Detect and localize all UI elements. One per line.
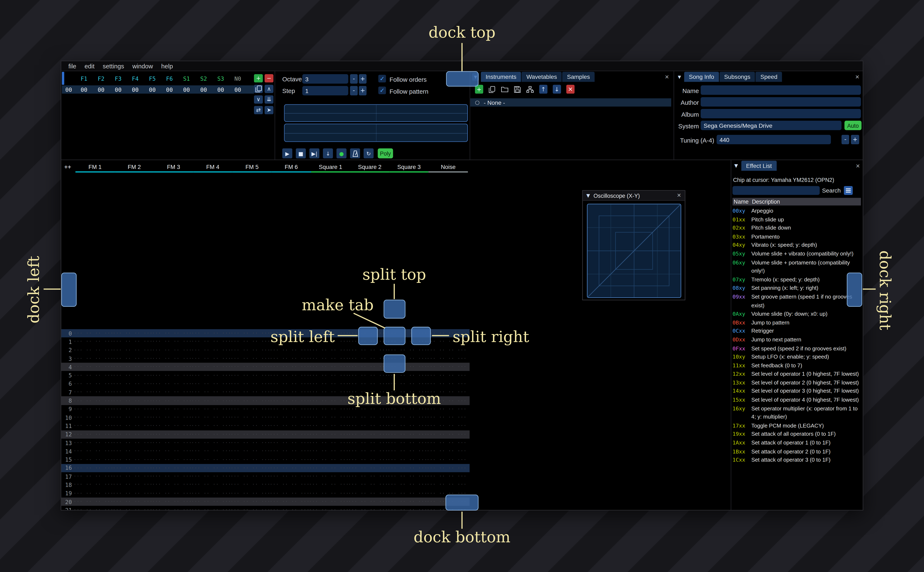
pattern-row-16[interactable]: 16··· ·· ·· ······ ·· ·· ······ ·· ·· ··…	[61, 464, 470, 472]
channel-header-fm-1[interactable]: FM 1	[75, 162, 115, 173]
pattern-cell[interactable]: ··· ·· ·· ···	[427, 466, 466, 470]
pattern-cell[interactable]: ··· ·· ·· ···	[74, 373, 113, 378]
effect-row-10xy[interactable]: 10xySetup LFO (x: enable; y: speed)	[732, 353, 862, 361]
step-decrease-button[interactable]: -	[350, 86, 358, 95]
pattern-cell[interactable]: ··· ·· ·· ···	[231, 482, 270, 487]
pattern-cell[interactable]: ··· ·· ·· ···	[388, 474, 427, 479]
pattern-cell[interactable]: ··· ·· ·· ···	[231, 339, 270, 344]
pattern-cell[interactable]: ··· ·· ·· ···	[270, 407, 309, 412]
pattern-cell[interactable]: ··· ·· ·· ···	[74, 424, 113, 428]
pattern-cell[interactable]: ··· ·· ·· ···	[192, 339, 231, 344]
pattern-cell[interactable]: ··· ·· ·· ···	[309, 348, 348, 353]
pattern-cell[interactable]: ··· ·· ·· ···	[309, 508, 348, 511]
tuning-decrease-button[interactable]: -	[841, 135, 849, 144]
pattern-cell[interactable]: ··· ·· ·· ···	[231, 466, 270, 470]
pattern-cell[interactable]: ··· ·· ·· ···	[152, 398, 192, 403]
pattern-cell[interactable]: ··· ·· ·· ···	[270, 398, 309, 403]
effect-row-03xx[interactable]: 03xxPortamento	[732, 233, 862, 241]
order-pattern-value[interactable]: 00	[212, 86, 229, 93]
pattern-cell[interactable]: ··· ·· ·· ···	[152, 491, 192, 496]
menu-item-help[interactable]: help	[157, 62, 177, 70]
pattern-cell[interactable]: ··· ·· ·· ···	[152, 466, 192, 470]
order-pattern-value[interactable]: 00	[178, 86, 195, 93]
pattern-cell[interactable]: ··· ·· ·· ···	[270, 415, 309, 420]
pattern-cell[interactable]: ··· ·· ·· ···	[231, 457, 270, 462]
pattern-cell[interactable]: ··· ·· ·· ···	[113, 474, 152, 479]
pattern-cell[interactable]: ··· ·· ·· ···	[113, 466, 152, 470]
dock-left-target[interactable]	[61, 273, 76, 307]
pattern-row-17[interactable]: 17··· ·· ·· ······ ·· ·· ······ ·· ·· ··…	[61, 472, 470, 481]
pattern-cell[interactable]: ··· ·· ·· ···	[309, 466, 348, 470]
transport-step-row-button[interactable]: ↓	[323, 148, 333, 159]
pattern-cell[interactable]: ··· ·· ·· ···	[309, 491, 348, 496]
pattern-cell[interactable]: ··· ·· ·· ···	[427, 440, 466, 445]
pattern-cell[interactable]: ··· ·· ·· ···	[74, 440, 113, 445]
orders-remove-button[interactable]: −	[265, 74, 273, 82]
pattern-cell[interactable]: ··· ·· ·· ···	[74, 466, 113, 470]
pattern-cell[interactable]: ··· ·· ·· ···	[152, 390, 192, 395]
pattern-cell[interactable]: ··· ·· ·· ···	[231, 499, 270, 504]
pattern-cell[interactable]: ··· ·· ·· ···	[192, 382, 231, 386]
pattern-cell[interactable]: ··· ·· ·· ···	[152, 499, 192, 504]
effect-row-1bxx[interactable]: 1BxxSet attack of operator 2 (0 to 1F)	[732, 447, 862, 456]
pattern-cell[interactable]: ··· ·· ·· ···	[348, 407, 388, 412]
transport-stop-button[interactable]: ■	[296, 148, 306, 159]
effect-row-07xy[interactable]: 07xyTremolo (x: speed; y: depth)	[732, 275, 862, 284]
pattern-row-21[interactable]: 21··· ·· ·· ······ ·· ·· ······ ·· ·· ··…	[61, 506, 470, 511]
pattern-cell[interactable]: ··· ·· ·· ···	[231, 440, 270, 445]
pattern-cell[interactable]: ··· ·· ·· ···	[348, 499, 388, 504]
pattern-cell[interactable]: ··· ·· ·· ···	[152, 440, 192, 445]
order-pattern-value[interactable]: 00	[161, 86, 178, 93]
pattern-cell[interactable]: ··· ·· ·· ···	[113, 424, 152, 428]
pattern-row-15[interactable]: 15··· ·· ·· ······ ·· ·· ······ ·· ·· ··…	[61, 455, 470, 464]
pattern-cell[interactable]: ··· ·· ·· ···	[192, 424, 231, 428]
order-row[interactable]: 00 00000000000000000000	[62, 85, 254, 93]
channel-header-fm-4[interactable]: FM 4	[193, 162, 232, 173]
pattern-cell[interactable]: ··· ·· ·· ···	[270, 482, 309, 487]
instruments-close-icon[interactable]: ✕	[665, 74, 669, 80]
effect-list-tab[interactable]: Effect List	[741, 161, 776, 171]
pattern-cell[interactable]: ··· ·· ·· ···	[74, 356, 113, 361]
tuning-field[interactable]: 440	[717, 135, 831, 144]
dock-top-target[interactable]	[446, 71, 478, 87]
pattern-cell[interactable]: ··· ·· ·· ···	[309, 440, 348, 445]
pattern-cell[interactable]: ··· ·· ·· ···	[74, 398, 113, 403]
pattern-cell[interactable]: ··· ·· ·· ···	[74, 457, 113, 462]
pattern-row-5[interactable]: 5··· ·· ·· ······ ·· ·· ······ ·· ·· ···…	[61, 371, 470, 380]
pattern-cell[interactable]: ··· ·· ·· ···	[152, 331, 192, 336]
pattern-cell[interactable]: ··· ·· ·· ···	[348, 474, 388, 479]
tuning-increase-button[interactable]: +	[851, 135, 859, 144]
pattern-cell[interactable]: ··· ·· ·· ···	[348, 365, 388, 370]
pattern-cell[interactable]: ··· ·· ·· ···	[231, 373, 270, 378]
author-field[interactable]	[701, 97, 861, 107]
pattern-cell[interactable]: ··· ·· ·· ···	[74, 415, 113, 420]
pattern-row-20[interactable]: 20··· ·· ·· ······ ·· ·· ······ ·· ·· ··…	[61, 497, 470, 506]
channel-header-fm-3[interactable]: FM 3	[154, 162, 193, 173]
pattern-cell[interactable]: ··· ·· ·· ···	[192, 491, 231, 496]
effect-row-01xx[interactable]: 01xxPitch slide up	[732, 215, 862, 224]
instruments-delete-button[interactable]: ✕	[566, 85, 574, 94]
pattern-cell[interactable]: ··· ·· ·· ···	[231, 398, 270, 403]
tab-subsongs[interactable]: Subsongs	[719, 72, 755, 82]
pattern-row-6[interactable]: 6··· ·· ·· ······ ·· ·· ······ ·· ·· ···…	[61, 380, 470, 388]
pattern-cell[interactable]: ··· ·· ·· ···	[388, 432, 427, 437]
pattern-cell[interactable]: ··· ·· ·· ···	[192, 440, 231, 445]
pattern-cell[interactable]: ··· ·· ·· ···	[113, 457, 152, 462]
tab-instruments[interactable]: Instruments	[481, 72, 521, 82]
collapse-arrow-icon[interactable]: ▼	[676, 73, 683, 81]
pattern-cell[interactable]: ··· ·· ·· ···	[388, 407, 427, 412]
pattern-cell[interactable]: ··· ·· ·· ···	[152, 407, 192, 412]
pattern-cell[interactable]: ··· ·· ·· ···	[113, 407, 152, 412]
order-pattern-value[interactable]: 00	[75, 86, 92, 93]
effect-row-0dxx[interactable]: 0DxxJump to next pattern	[732, 336, 862, 344]
system-auto-button[interactable]: Auto	[845, 121, 862, 130]
pattern-cell[interactable]: ··· ·· ·· ···	[270, 508, 309, 511]
channel-header-fm-2[interactable]: FM 2	[115, 162, 154, 173]
channel-header-square-3[interactable]: Square 3	[390, 162, 429, 173]
pattern-cell[interactable]: ··· ·· ·· ···	[152, 482, 192, 487]
effect-row-02xx[interactable]: 02xxPitch slide down	[732, 224, 862, 233]
pattern-cell[interactable]: ··· ·· ·· ···	[74, 499, 113, 504]
orders-duplicate-to-end-button[interactable]: ⇊	[265, 95, 273, 104]
split-left-target[interactable]	[358, 327, 378, 345]
song-info-close-icon[interactable]: ✕	[855, 74, 859, 80]
